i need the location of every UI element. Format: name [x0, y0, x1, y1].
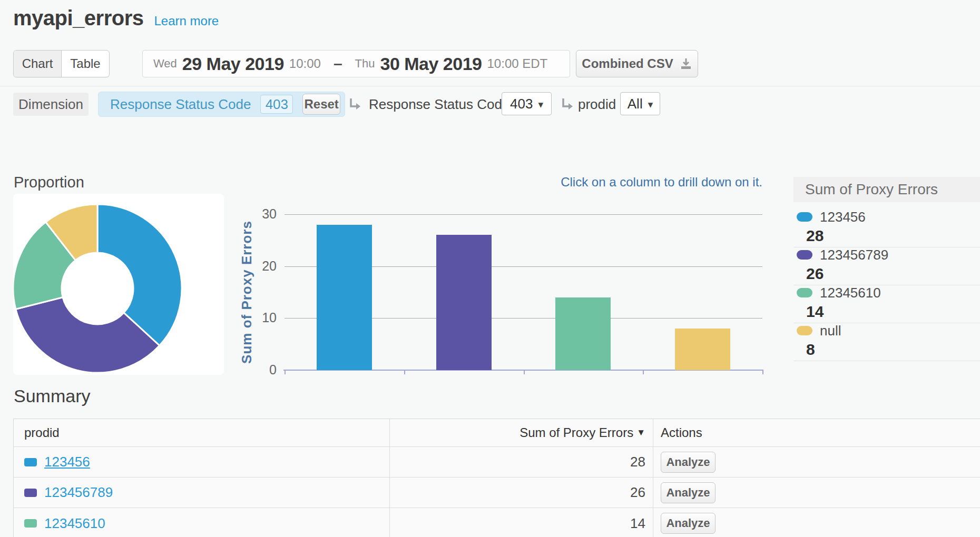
legend-label: 12345610	[820, 285, 881, 301]
active-filter-pill: Response Status Code 403 Reset	[98, 92, 345, 117]
reset-button[interactable]: Reset	[302, 94, 340, 115]
drilldown-arrow-icon	[560, 97, 575, 112]
prodid-cell: 123456	[14, 447, 390, 477]
summary-table: prodid Sum of Proxy Errors ▼ Actions 123…	[13, 419, 980, 537]
x-axis-tick	[762, 371, 763, 374]
table-header-row: prodid Sum of Proxy Errors ▼ Actions	[14, 419, 980, 447]
download-icon	[680, 57, 692, 70]
series-color-swatch	[24, 458, 37, 466]
proportion-heading: Proportion	[14, 174, 84, 191]
legend-swatch	[797, 288, 812, 297]
legend-swatch	[797, 212, 812, 222]
view-toggle: Chart Table	[13, 50, 110, 77]
x-axis-tick	[285, 371, 286, 374]
legend-item-123456: 12345628	[793, 208, 980, 247]
active-filter-value: 403	[260, 95, 293, 114]
tab-chart[interactable]: Chart	[14, 51, 61, 77]
combined-csv-button[interactable]: Combined CSV	[576, 50, 698, 77]
chevron-down-icon: ▾	[538, 98, 543, 111]
analyze-button[interactable]: Analyze	[661, 482, 716, 503]
legend-item-123456789: 12345678926	[793, 246, 980, 285]
legend-swatch	[797, 250, 812, 260]
x-axis-tick	[524, 371, 525, 374]
table-row-12345610: 1234561014Analyze	[14, 508, 980, 537]
legend-entry: 123456789	[793, 246, 980, 264]
actions-cell: Analyze	[653, 508, 980, 537]
x-axis-tick	[643, 371, 644, 374]
drilldown-1-name: Response Status Code	[369, 96, 509, 113]
tab-table[interactable]: Table	[61, 51, 109, 77]
divider	[0, 86, 980, 86]
legend-label: null	[820, 323, 841, 339]
drilldown-2-value: All	[628, 96, 643, 112]
legend-value: 26	[793, 264, 980, 284]
legend-entry: 123456	[793, 208, 980, 226]
page-title: myapi_errors	[13, 6, 143, 30]
dimension-label: Dimension	[13, 93, 89, 116]
legend-value: 8	[793, 340, 980, 360]
legend-title: Sum of Proxy Errors	[793, 177, 980, 202]
bar-123456[interactable]	[317, 225, 372, 370]
y-tick-label: 10	[240, 310, 277, 325]
drilldown-2-name: prodid	[578, 96, 616, 113]
date-range-picker[interactable]: Wed 29 May 2019 10:00 – Thu 30 May 2019 …	[142, 50, 570, 77]
x-axis-tick	[404, 371, 405, 374]
prodid-link[interactable]: 12345610	[44, 515, 105, 532]
drilldown-2-select[interactable]: All ▾	[620, 92, 660, 115]
column-header-prodid[interactable]: prodid	[14, 419, 390, 446]
drilldown-hint: Click on a column to drill down on it.	[561, 175, 762, 190]
learn-more-link[interactable]: Learn more	[154, 14, 219, 28]
legend-label: 123456	[820, 209, 866, 225]
bar-12345610[interactable]	[555, 297, 611, 370]
active-filter-name: Response Status Code	[110, 96, 251, 113]
end-day: Thu	[355, 57, 375, 71]
csv-label: Combined CSV	[582, 56, 673, 71]
donut-chart	[13, 194, 224, 375]
drilldown-arrow-icon	[348, 97, 362, 112]
y-axis-title: Sum of Proxy Errors	[239, 221, 255, 364]
drilldown-1-select[interactable]: 403 ▾	[502, 92, 552, 115]
start-time: 10:00	[289, 56, 321, 71]
prodid-cell: 123456789	[14, 478, 390, 508]
analyze-button[interactable]: Analyze	[661, 513, 716, 534]
value-cell: 28	[390, 447, 653, 477]
legend-entry: 12345610	[793, 284, 980, 302]
series-color-swatch	[24, 519, 37, 528]
filter-bar: Dimension Response Status Code 403 Reset…	[0, 92, 980, 117]
chevron-down-icon: ▾	[648, 98, 653, 111]
legend-swatch	[797, 326, 812, 335]
end-time: 10:00 EDT	[487, 56, 548, 71]
y-tick-label: 0	[240, 362, 277, 377]
column-header-label: prodid	[24, 425, 60, 440]
column-header-label: Actions	[661, 425, 702, 440]
start-day: Wed	[153, 57, 177, 71]
column-header-actions: Actions	[653, 419, 980, 446]
actions-cell: Analyze	[653, 478, 980, 508]
legend-item-12345610: 1234561014	[793, 284, 980, 323]
column-header-label: Sum of Proxy Errors	[520, 425, 633, 440]
actions-cell: Analyze	[653, 447, 980, 477]
date-separator: –	[334, 55, 342, 73]
analyze-button[interactable]: Analyze	[661, 452, 716, 473]
prodid-cell: 12345610	[14, 508, 390, 537]
drilldown-1-value: 403	[510, 96, 533, 112]
column-header-sum[interactable]: Sum of Proxy Errors ▼	[390, 419, 653, 446]
y-tick-label: 20	[240, 258, 277, 274]
bar-null[interactable]	[675, 329, 730, 370]
donut-chart-card	[13, 194, 224, 375]
start-date: 29 May 2019	[182, 54, 284, 74]
sort-desc-icon: ▼	[636, 427, 645, 438]
summary-heading: Summary	[14, 386, 90, 406]
legend-entry: null	[793, 322, 980, 340]
prodid-link[interactable]: 123456	[44, 454, 90, 470]
header: myapi_errors Learn more	[13, 6, 219, 30]
table-row-123456789: 12345678926Analyze	[14, 478, 980, 508]
value-cell: 26	[390, 478, 653, 508]
legend-item-null: null8	[793, 322, 980, 361]
series-color-swatch	[24, 489, 37, 497]
value-cell: 14	[390, 508, 653, 537]
end-date: 30 May 2019	[380, 54, 482, 74]
gridline	[285, 214, 762, 215]
prodid-link[interactable]: 123456789	[44, 484, 113, 501]
bar-123456789[interactable]	[436, 235, 492, 370]
